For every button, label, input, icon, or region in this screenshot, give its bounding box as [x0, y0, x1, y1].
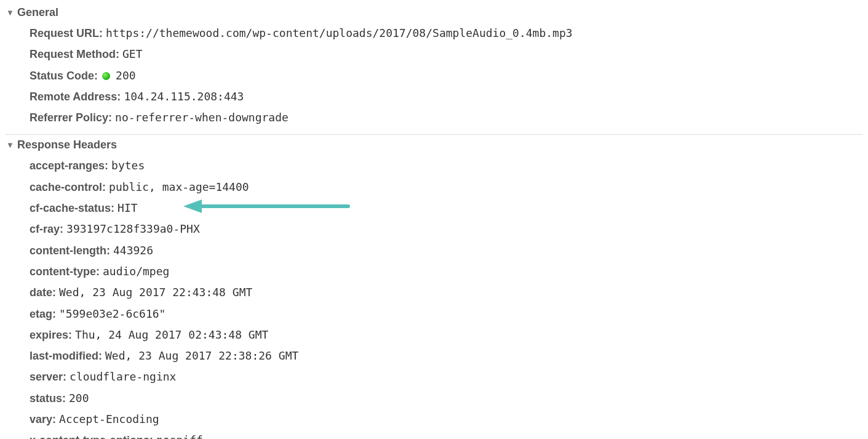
row-cache-control: cache-control: public, max-age=14400	[0, 177, 868, 198]
value-date: Wed, 23 Aug 2017 22:43:48 GMT	[59, 286, 252, 299]
row-status: status: 200	[0, 388, 868, 409]
label-content-length: content-length:	[30, 244, 110, 257]
section-title-response-headers: Response Headers	[17, 139, 117, 151]
label-referrer-policy: Referrer Policy:	[30, 111, 112, 124]
status-dot-icon	[102, 72, 110, 80]
headers-panel: ▼ General Request URL: https://themewood…	[0, 0, 868, 439]
value-content-type: audio/mpeg	[103, 265, 169, 278]
value-last-modified: Wed, 23 Aug 2017 22:38:26 GMT	[105, 349, 298, 362]
row-status-code: Status Code: 200	[0, 65, 868, 86]
value-etag: "599e03e2-6c616"	[59, 307, 165, 320]
caret-down-icon: ▼	[6, 9, 16, 17]
label-vary: vary:	[30, 413, 56, 425]
label-accept-ranges: accept-ranges:	[30, 159, 108, 172]
value-expires: Thu, 24 Aug 2017 02:43:48 GMT	[75, 328, 268, 341]
section-body-response-headers: accept-ranges: bytes cache-control: publ…	[0, 154, 868, 439]
label-status: status:	[30, 392, 66, 405]
label-x-content-type-options: x-content-type-options:	[30, 434, 153, 439]
label-request-method: Request Method:	[30, 48, 119, 60]
label-status-code: Status Code:	[30, 70, 98, 82]
value-accept-ranges: bytes	[111, 159, 145, 172]
value-x-content-type-options: nosniff	[156, 433, 203, 439]
value-cf-ray: 393197c128f339a0-PHX	[66, 222, 200, 235]
value-status: 200	[69, 392, 89, 405]
value-cf-cache-status: HIT	[117, 201, 138, 214]
label-cf-cache-status: cf-cache-status:	[30, 202, 114, 214]
row-referrer-policy: Referrer Policy: no-referrer-when-downgr…	[0, 107, 868, 128]
row-remote-address: Remote Address: 104.24.115.208:443	[0, 86, 868, 107]
value-request-url: https://themewood.com/wp-content/uploads…	[106, 26, 573, 39]
label-request-url: Request URL:	[30, 27, 103, 39]
value-request-method: GET	[122, 47, 143, 60]
value-vary: Accept-Encoding	[59, 413, 159, 425]
label-last-modified: last-modified:	[30, 350, 102, 362]
label-cache-control: cache-control:	[30, 181, 106, 193]
section-header-general[interactable]: ▼ General	[0, 4, 868, 22]
row-expires: expires: Thu, 24 Aug 2017 02:43:48 GMT	[0, 324, 868, 345]
label-date: date:	[30, 286, 56, 299]
label-expires: expires:	[30, 329, 72, 341]
label-etag: etag:	[30, 308, 56, 320]
section-title-general: General	[17, 6, 58, 19]
row-request-method: Request Method: GET	[0, 44, 868, 65]
svg-marker-1	[183, 199, 202, 213]
label-cf-ray: cf-ray:	[30, 223, 63, 235]
row-cf-cache-status: cf-cache-status: HIT	[0, 198, 868, 219]
value-cache-control: public, max-age=14400	[109, 180, 249, 193]
value-remote-address: 104.24.115.208:443	[124, 90, 244, 103]
row-accept-ranges: accept-ranges: bytes	[0, 155, 868, 176]
row-vary: vary: Accept-Encoding	[0, 409, 868, 430]
row-etag: etag: "599e03e2-6c616"	[0, 304, 868, 324]
value-referrer-policy: no-referrer-when-downgrade	[115, 111, 289, 124]
section-body-general: Request URL: https://themewood.com/wp-co…	[0, 22, 868, 133]
label-remote-address: Remote Address:	[30, 91, 121, 103]
annotation-arrow-icon	[182, 197, 354, 215]
value-server: cloudflare-nginx	[70, 370, 176, 383]
value-content-length: 443926	[113, 244, 153, 257]
divider	[5, 134, 863, 135]
row-content-type: content-type: audio/mpeg	[0, 261, 868, 282]
row-date: date: Wed, 23 Aug 2017 22:43:48 GMT	[0, 282, 868, 303]
section-header-response-headers[interactable]: ▼ Response Headers	[0, 136, 868, 154]
row-server: server: cloudflare-nginx	[0, 366, 868, 387]
caret-down-icon: ▼	[6, 141, 16, 149]
row-request-url: Request URL: https://themewood.com/wp-co…	[0, 23, 868, 44]
row-x-content-type-options: x-content-type-options: nosniff	[0, 430, 868, 439]
label-server: server:	[30, 371, 66, 383]
row-cf-ray: cf-ray: 393197c128f339a0-PHX	[0, 219, 868, 240]
label-content-type: content-type:	[30, 265, 100, 278]
row-last-modified: last-modified: Wed, 23 Aug 2017 22:38:26…	[0, 345, 868, 366]
row-content-length: content-length: 443926	[0, 240, 868, 261]
value-status-code: 200	[116, 69, 136, 82]
